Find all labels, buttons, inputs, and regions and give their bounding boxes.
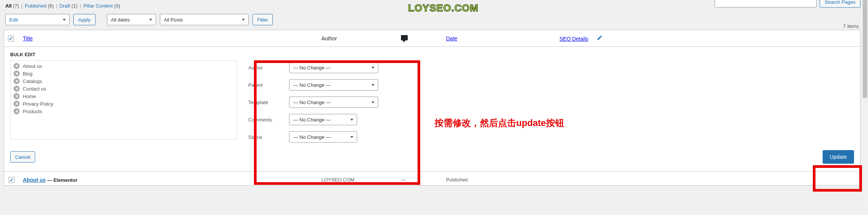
annotation-text: 按需修改，然后点击update按钮 xyxy=(435,117,564,129)
search-button[interactable]: Search Pages xyxy=(820,0,860,8)
table-row: About us — Elementor LOYSEO.COM — Publis… xyxy=(4,172,860,186)
select-all-checkbox[interactable] xyxy=(8,35,14,41)
filter-all[interactable]: All xyxy=(5,3,12,9)
row-comments: — xyxy=(397,172,443,186)
label-template: Template xyxy=(248,100,282,105)
remove-icon[interactable] xyxy=(14,108,20,114)
list-item: Blog xyxy=(11,70,237,77)
filter-button[interactable]: Filter xyxy=(252,14,273,25)
list-item: Products xyxy=(11,108,237,115)
apply-button[interactable]: Apply xyxy=(73,14,96,25)
filter-pillar[interactable]: Pillar Content xyxy=(84,3,113,9)
watermark: LOYSEO.COM xyxy=(408,2,478,14)
search-input[interactable] xyxy=(715,0,817,8)
remove-icon[interactable] xyxy=(14,86,20,92)
col-author[interactable]: Author xyxy=(318,30,397,47)
remove-icon[interactable] xyxy=(14,63,20,69)
filter-published[interactable]: Published xyxy=(25,3,46,9)
list-item: Privacy Policy xyxy=(11,100,237,108)
update-button[interactable]: Update xyxy=(823,150,854,164)
remove-icon[interactable] xyxy=(14,93,20,99)
list-item: Contact us xyxy=(11,85,237,92)
label-status: Status xyxy=(248,134,282,140)
posts-select[interactable]: All Posts xyxy=(160,14,249,25)
filter-published-count: (6) xyxy=(48,3,54,9)
label-parent: Parent xyxy=(248,82,282,88)
filter-draft[interactable]: Draft xyxy=(60,3,70,9)
list-item: About us xyxy=(11,62,237,70)
page-scrollbar[interactable] xyxy=(862,0,868,215)
select-template[interactable]: — No Change — xyxy=(289,97,378,108)
bulk-action-select[interactable]: Edit xyxy=(5,14,70,25)
col-title[interactable]: Title xyxy=(23,35,33,41)
items-count: 7 items xyxy=(843,23,859,29)
filter-pillar-count: (0) xyxy=(114,3,120,9)
select-author[interactable]: — No Change — xyxy=(289,62,378,73)
filter-draft-count: (1) xyxy=(71,3,77,9)
label-author: Author xyxy=(248,65,282,71)
select-comments[interactable]: — No Change — xyxy=(289,114,357,125)
list-item: Home xyxy=(11,92,237,100)
remove-icon[interactable] xyxy=(14,101,20,107)
cancel-button[interactable]: Cancel xyxy=(10,151,35,163)
comments-icon[interactable] xyxy=(401,35,408,40)
col-date[interactable]: Date xyxy=(446,35,458,41)
row-author[interactable]: LOYSEO.COM xyxy=(318,172,397,186)
row-date: Published xyxy=(443,172,556,186)
pencil-icon[interactable] xyxy=(597,35,602,40)
filter-all-count: (7) xyxy=(13,3,19,9)
row-post-state: — Elementor xyxy=(46,177,77,183)
select-parent[interactable]: — No Change — xyxy=(289,79,378,91)
row-title-link[interactable]: About us xyxy=(23,177,46,183)
remove-icon[interactable] xyxy=(14,71,20,77)
scrollbar-thumb[interactable] xyxy=(863,0,867,98)
col-seo[interactable]: SEO Details xyxy=(560,36,588,42)
remove-icon[interactable] xyxy=(14,78,20,84)
bulk-edit-heading: BULK EDIT xyxy=(10,52,854,57)
select-status[interactable]: — No Change — xyxy=(289,131,357,143)
bulk-items-list[interactable]: About us Blog Catalogs Contact us Home P… xyxy=(10,60,237,140)
list-item: Catalogs xyxy=(11,77,237,85)
row-checkbox[interactable] xyxy=(9,177,15,183)
dates-select[interactable]: All dates xyxy=(107,14,156,25)
label-comments: Comments xyxy=(248,117,282,123)
